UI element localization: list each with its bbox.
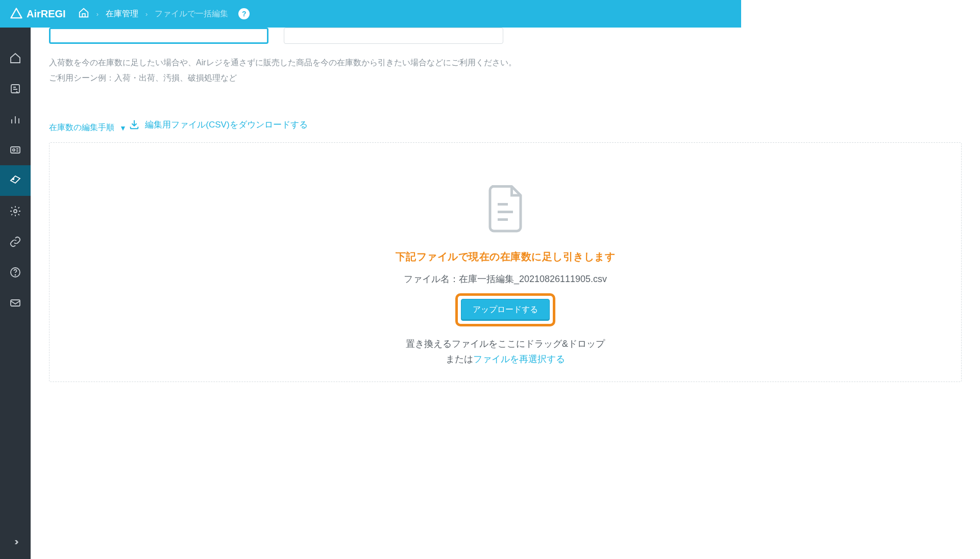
dropzone-title: 下記ファイルで現在の在庫数に足し引きします	[396, 250, 616, 264]
help-icon[interactable]: ?	[238, 8, 250, 19]
upload-dropzone[interactable]: 下記ファイルで現在の在庫数に足し引きします ファイル名：在庫一括編集_20210…	[49, 142, 741, 382]
svg-point-4	[14, 210, 17, 213]
reselect-file-link[interactable]: ファイルを再選択する	[473, 354, 565, 364]
chevron-down-icon: ▼	[119, 124, 127, 132]
edit-steps-link[interactable]: 在庫数の編集手順 ▼	[49, 122, 127, 133]
download-icon	[129, 119, 140, 130]
svg-rect-7	[11, 300, 20, 306]
home-icon[interactable]	[78, 7, 89, 20]
sidebar-help-icon[interactable]	[0, 257, 31, 288]
brand-triangle-icon	[9, 7, 23, 21]
sidebar-customers-icon[interactable]	[0, 135, 31, 165]
tab-card-row	[49, 28, 741, 44]
svg-rect-0	[11, 85, 19, 93]
filename-label: ファイル名：	[404, 274, 459, 284]
tab-card-selected[interactable]	[49, 28, 268, 44]
sidebar: ››	[0, 28, 31, 422]
sidebar-settings-icon[interactable]	[0, 196, 31, 226]
dropzone-filename: ファイル名：在庫一括編集_20210826111905.csv	[404, 273, 607, 285]
tab-card[interactable]	[284, 28, 503, 44]
sidebar-link-icon[interactable]	[0, 226, 31, 257]
upload-button-highlight: アップロードする	[455, 293, 555, 326]
svg-point-3	[13, 179, 14, 180]
download-csv-link[interactable]: 編集用ファイル(CSV)をダウンロードする	[129, 119, 307, 131]
brand-logo[interactable]: AirREGI	[9, 7, 66, 21]
download-csv-label: 編集用ファイル(CSV)をダウンロードする	[145, 119, 307, 131]
chevron-right-icon: ›	[96, 10, 99, 18]
header: AirREGI › 在庫管理 › ファイルで一括編集 ?	[0, 0, 741, 28]
edit-steps-label: 在庫数の編集手順	[49, 122, 114, 133]
sidebar-home-icon[interactable]	[0, 43, 31, 73]
file-icon	[484, 183, 526, 236]
main-content: 入荷数を今の在庫数に足したい場合や、Airレジを通さずに販売した商品を今の在庫数…	[31, 28, 741, 422]
dropzone-or-text: またはファイルを再選択する	[446, 353, 565, 365]
svg-point-2	[13, 149, 15, 151]
svg-point-6	[15, 274, 15, 275]
breadcrumb: › 在庫管理 › ファイルで一括編集 ?	[78, 7, 250, 20]
or-label: または	[446, 354, 473, 364]
chevron-right-icon: ›	[145, 10, 148, 18]
description-line: ご利用シーン例：入荷・出荷、汚損、破損処理など	[49, 70, 741, 86]
sidebar-products-icon[interactable]	[0, 165, 31, 196]
sidebar-orders-icon[interactable]	[0, 73, 31, 104]
breadcrumb-item-inventory[interactable]: 在庫管理	[106, 9, 138, 19]
brand-name: AirREGI	[27, 8, 66, 20]
description-text: 入荷数を今の在庫数に足したい場合や、Airレジを通さずに販売した商品を今の在庫数…	[49, 55, 741, 86]
breadcrumb-item-bulk-edit: ファイルで一括編集	[155, 9, 228, 19]
upload-button[interactable]: アップロードする	[461, 299, 550, 321]
sidebar-mail-icon[interactable]	[0, 288, 31, 318]
dropzone-drag-text: 置き換えるファイルをここにドラッグ&ドロップ	[406, 338, 605, 350]
description-line: 入荷数を今の在庫数に足したい場合や、Airレジを通さずに販売した商品を今の在庫数…	[49, 55, 741, 70]
filename-value: 在庫一括編集_20210826111905.csv	[459, 274, 607, 284]
sidebar-analytics-icon[interactable]	[0, 104, 31, 135]
